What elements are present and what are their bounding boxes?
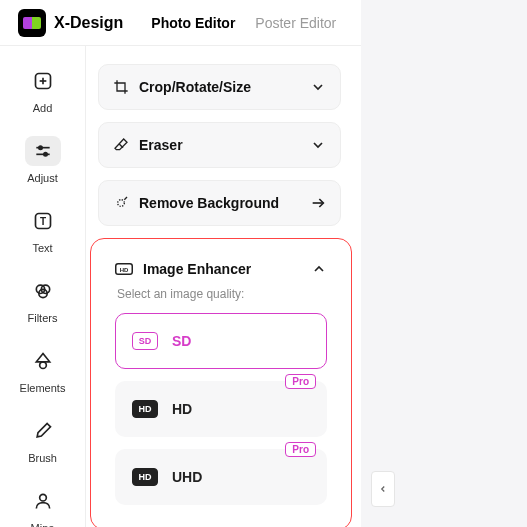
pro-badge: Pro bbox=[285, 442, 316, 457]
canvas-area bbox=[361, 0, 527, 527]
sidebar-item-brush[interactable]: Brush bbox=[13, 416, 73, 464]
chevron-down-icon bbox=[310, 79, 326, 95]
highlight-callout: HD Image Enhancer Select an image qualit… bbox=[90, 238, 352, 527]
accordion-eraser[interactable]: Eraser bbox=[98, 122, 341, 168]
eraser-icon bbox=[113, 137, 129, 153]
pro-badge: Pro bbox=[285, 374, 316, 389]
sd-badge-icon: SD bbox=[132, 332, 158, 350]
hd-badge-icon: HD bbox=[132, 400, 158, 418]
quality-label: SD bbox=[172, 333, 191, 349]
sidebar-item-label: Elements bbox=[20, 382, 66, 394]
app-logo bbox=[18, 9, 46, 37]
sidebar-item-label: Add bbox=[33, 102, 53, 114]
svg-line-16 bbox=[124, 197, 127, 200]
sidebar-item-mine[interactable]: Mine bbox=[13, 486, 73, 527]
svg-text:T: T bbox=[39, 216, 45, 227]
svg-point-12 bbox=[39, 362, 46, 369]
sliders-icon bbox=[33, 141, 53, 161]
chevron-down-icon bbox=[310, 137, 326, 153]
svg-point-15 bbox=[118, 200, 125, 207]
sidebar-item-label: Text bbox=[32, 242, 52, 254]
filters-icon bbox=[33, 281, 53, 301]
sidebar-item-adjust[interactable]: Adjust bbox=[13, 136, 73, 184]
user-icon bbox=[33, 491, 53, 511]
hd-icon: HD bbox=[115, 262, 133, 276]
svg-text:HD: HD bbox=[120, 267, 129, 273]
brush-icon bbox=[33, 421, 53, 441]
svg-point-4 bbox=[38, 146, 41, 149]
enhancer-subtitle: Select an image quality: bbox=[115, 287, 327, 301]
quality-option-uhd[interactable]: Pro HD UHD bbox=[115, 449, 327, 505]
plus-icon bbox=[33, 71, 53, 91]
text-icon: T bbox=[33, 211, 53, 231]
accordion-title: Remove Background bbox=[139, 195, 279, 211]
svg-point-13 bbox=[39, 494, 46, 501]
accordion-title: Crop/Rotate/Size bbox=[139, 79, 251, 95]
accordion-remove-background[interactable]: Remove Background bbox=[98, 180, 341, 226]
sidebar-item-label: Mine bbox=[31, 522, 55, 527]
accordion-title: Image Enhancer bbox=[143, 261, 251, 277]
sidebar-item-filters[interactable]: Filters bbox=[13, 276, 73, 324]
sidebar-item-label: Brush bbox=[28, 452, 57, 464]
svg-point-6 bbox=[43, 153, 46, 156]
collapse-panel-button[interactable] bbox=[371, 471, 395, 507]
shapes-icon bbox=[33, 351, 53, 371]
arrow-right-icon bbox=[310, 195, 326, 211]
tab-photo-editor[interactable]: Photo Editor bbox=[151, 15, 235, 31]
chevron-up-icon bbox=[311, 261, 327, 277]
accordion-title: Eraser bbox=[139, 137, 183, 153]
sidebar-item-label: Filters bbox=[28, 312, 58, 324]
quality-label: HD bbox=[172, 401, 192, 417]
chevron-left-icon bbox=[378, 482, 388, 496]
quality-label: UHD bbox=[172, 469, 202, 485]
brand-name: X-Design bbox=[54, 14, 123, 32]
svg-line-14 bbox=[119, 144, 123, 148]
sidebar-item-text[interactable]: T Text bbox=[13, 206, 73, 254]
uhd-badge-icon: HD bbox=[132, 468, 158, 486]
accordion-image-enhancer[interactable]: HD Image Enhancer Select an image qualit… bbox=[101, 249, 341, 511]
remove-bg-icon bbox=[113, 195, 129, 211]
quality-option-hd[interactable]: Pro HD HD bbox=[115, 381, 327, 437]
left-sidebar: Add Adjust T Text Filters Elements Brush… bbox=[0, 46, 86, 527]
crop-icon bbox=[113, 79, 129, 95]
quality-option-sd[interactable]: SD SD bbox=[115, 313, 327, 369]
accordion-crop[interactable]: Crop/Rotate/Size bbox=[98, 64, 341, 110]
sidebar-item-elements[interactable]: Elements bbox=[13, 346, 73, 394]
tab-poster-editor[interactable]: Poster Editor bbox=[255, 15, 336, 31]
sidebar-item-add[interactable]: Add bbox=[13, 66, 73, 114]
sidebar-item-label: Adjust bbox=[27, 172, 58, 184]
